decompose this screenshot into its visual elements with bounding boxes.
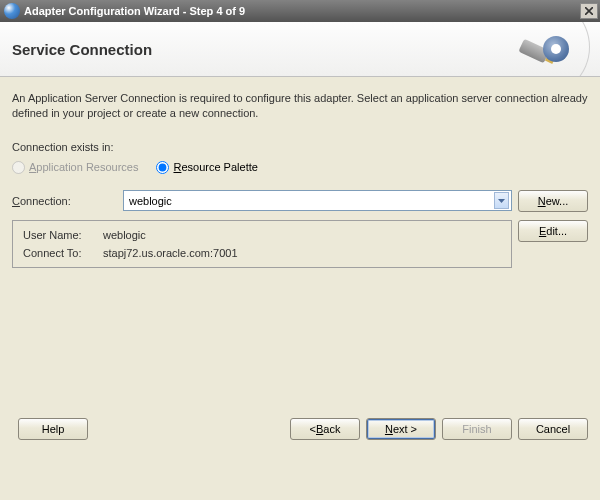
finish-button: Finish: [442, 418, 512, 440]
back-button[interactable]: < Back: [290, 418, 360, 440]
username-value: weblogic: [103, 229, 146, 241]
radio-application-resources-label: Application Resources: [29, 161, 138, 173]
new-button[interactable]: New...: [518, 190, 588, 212]
chevron-down-icon[interactable]: [494, 192, 509, 209]
cancel-button[interactable]: Cancel: [518, 418, 588, 440]
radio-resource-palette-label: Resource Palette: [173, 161, 257, 173]
connectto-label: Connect To:: [23, 247, 103, 259]
edit-button[interactable]: Edit...: [518, 220, 588, 242]
app-icon: [4, 3, 20, 19]
radio-resource-palette[interactable]: Resource Palette: [156, 161, 257, 174]
connection-value: weblogic: [129, 195, 494, 207]
wizard-footer: Help < Back Next > Finish Cancel: [0, 408, 600, 450]
username-label: User Name:: [23, 229, 103, 241]
close-button[interactable]: [580, 3, 598, 19]
next-button[interactable]: Next >: [366, 418, 436, 440]
titlebar: Adapter Configuration Wizard - Step 4 of…: [0, 0, 600, 22]
gear-icon: [537, 30, 575, 68]
banner-art: [400, 22, 600, 77]
connection-label: Connection:: [12, 195, 117, 207]
connection-info-box: User Name: weblogic Connect To: stapj72.…: [12, 220, 512, 268]
connection-select[interactable]: weblogic: [123, 190, 512, 211]
wizard-content: An Application Server Connection is requ…: [0, 77, 600, 450]
radio-application-resources: Application Resources: [12, 161, 138, 174]
page-title: Service Connection: [12, 41, 152, 58]
wizard-banner: Service Connection: [0, 22, 600, 77]
exists-in-label: Connection exists in:: [12, 141, 117, 153]
radio-resource-palette-input[interactable]: [156, 161, 169, 174]
window-title: Adapter Configuration Wizard - Step 4 of…: [24, 5, 580, 17]
description-text: An Application Server Connection is requ…: [12, 91, 588, 121]
connectto-value: stapj72.us.oracle.com:7001: [103, 247, 238, 259]
help-button[interactable]: Help: [18, 418, 88, 440]
radio-application-resources-input: [12, 161, 25, 174]
